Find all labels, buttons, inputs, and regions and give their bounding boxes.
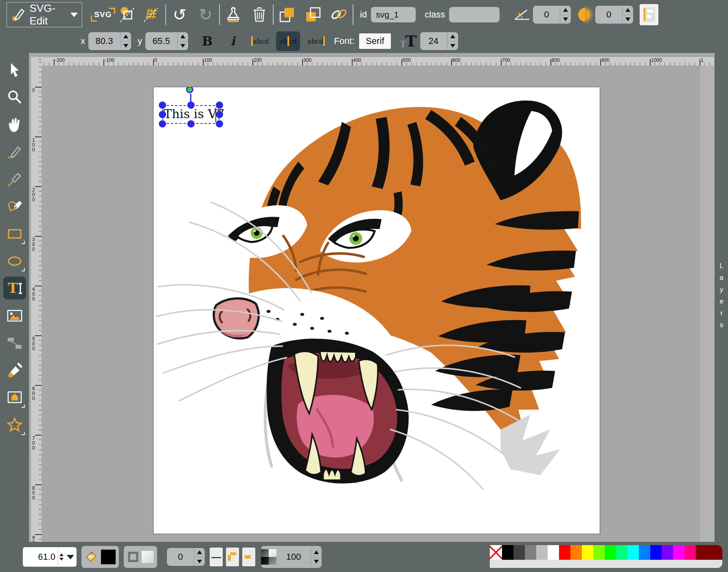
bold-button[interactable]: B xyxy=(202,34,213,48)
palette-swatch[interactable] xyxy=(605,545,616,560)
document-properties-button[interactable] xyxy=(118,5,137,24)
palette-swatch[interactable] xyxy=(627,545,639,560)
opacity-down-button[interactable] xyxy=(311,557,322,566)
workspace[interactable]: -200-10001002003004005006007008009001000… xyxy=(29,53,715,542)
tool-line[interactable] xyxy=(3,165,26,193)
text-anchor-start-button[interactable]: abcd xyxy=(248,31,272,51)
blur-up-button[interactable] xyxy=(623,6,633,15)
stroke-width-down-button[interactable] xyxy=(194,557,205,566)
selection-handle-s[interactable] xyxy=(187,120,195,128)
font-size-input[interactable]: 24 xyxy=(420,32,447,50)
stroke-width-up-button[interactable] xyxy=(194,548,205,557)
selection-handle-nw[interactable] xyxy=(159,101,166,109)
angle-input[interactable]: 0 xyxy=(533,6,560,24)
palette-swatch[interactable] xyxy=(559,545,570,560)
x-down-button[interactable] xyxy=(121,42,131,51)
hand-icon xyxy=(7,117,23,133)
palette-swatch[interactable] xyxy=(525,545,536,560)
selection-handle-ne[interactable] xyxy=(216,101,223,109)
selection-handle-w[interactable] xyxy=(159,111,166,118)
fill-color-swatch[interactable] xyxy=(101,550,116,564)
tool-text[interactable]: T xyxy=(3,275,26,302)
font-size-down-button[interactable] xyxy=(447,42,458,51)
align-button[interactable] xyxy=(640,4,658,25)
tool-image[interactable] xyxy=(3,302,26,329)
font-family-button[interactable]: Serif xyxy=(359,33,390,49)
selection-handle-se[interactable] xyxy=(216,120,223,128)
opacity-input[interactable]: 100 xyxy=(276,548,311,566)
palette-swatch[interactable] xyxy=(513,545,525,560)
clone-button[interactable] xyxy=(224,5,243,24)
stroke-linejoin-button[interactable] xyxy=(226,548,239,566)
text-anchor-middle-button[interactable]: abcd xyxy=(276,31,300,51)
stroke-width-input[interactable]: 0 xyxy=(167,548,194,566)
stroke-width-spinner: 0 xyxy=(167,548,205,566)
palette-swatch[interactable] xyxy=(502,545,513,560)
element-class-input[interactable] xyxy=(449,7,500,22)
blur-down-button[interactable] xyxy=(623,15,633,24)
source-editor-button[interactable]: SVG xyxy=(94,5,112,24)
opacity-up-button[interactable] xyxy=(311,548,322,557)
main-menu-button[interactable]: SVG-Edit xyxy=(7,2,82,27)
tool-zoom[interactable] xyxy=(3,84,26,111)
element-id-input[interactable]: svg_1 xyxy=(371,7,416,22)
palette-swatch[interactable] xyxy=(616,545,627,560)
stroke-linecap-button[interactable] xyxy=(242,548,255,566)
tool-star[interactable] xyxy=(3,411,26,438)
selection-handle-sw[interactable] xyxy=(159,120,166,128)
tool-rectangle[interactable] xyxy=(3,220,26,247)
palette-swatch[interactable] xyxy=(593,545,605,560)
move-to-bottom-button[interactable] xyxy=(304,5,322,24)
make-link-button[interactable] xyxy=(330,5,349,24)
palette-swatch[interactable] xyxy=(650,545,662,560)
redo-button[interactable]: ↻ xyxy=(196,5,215,24)
tool-eyedropper[interactable] xyxy=(3,356,26,384)
font-size-up-button[interactable] xyxy=(447,32,458,42)
vertical-scrollbar[interactable] xyxy=(700,66,715,542)
tool-ellipse[interactable] xyxy=(3,247,26,275)
selection-handle-n[interactable] xyxy=(187,101,195,109)
ruler-top-label: -100 xyxy=(105,57,114,63)
zoom-dropdown-arrow[interactable] xyxy=(67,555,74,559)
palette-none-swatch[interactable] xyxy=(490,545,502,560)
undo-button[interactable]: ↺ xyxy=(170,5,189,24)
tool-path[interactable] xyxy=(3,193,26,220)
angle-down-button[interactable] xyxy=(560,15,571,24)
y-up-button[interactable] xyxy=(178,32,188,42)
angle-up-button[interactable] xyxy=(560,6,571,15)
stroke-dash-button[interactable]: — xyxy=(210,548,223,566)
delete-button[interactable] xyxy=(250,5,269,24)
palette-swatch[interactable] xyxy=(570,545,582,560)
palette-swatch[interactable] xyxy=(662,545,673,560)
svg-canvas[interactable]: This is V7 xyxy=(153,87,600,534)
zoom-input[interactable]: 61.0 xyxy=(25,552,58,562)
tool-pan[interactable] xyxy=(3,111,26,138)
tool-shape-library[interactable] xyxy=(3,384,26,411)
y-input[interactable]: 65.5 xyxy=(145,32,177,50)
text-anchor-end-button[interactable]: abcd xyxy=(304,31,328,51)
palette-swatch[interactable] xyxy=(536,545,548,560)
color-palette xyxy=(490,545,722,568)
editor-preferences-button[interactable] xyxy=(143,5,161,24)
palette-swatch[interactable] xyxy=(582,545,593,560)
fill-color-control[interactable] xyxy=(81,546,119,568)
layers-panel-toggle[interactable]: Layers xyxy=(715,53,728,542)
selection-handle-e[interactable] xyxy=(216,111,223,118)
palette-swatch[interactable] xyxy=(673,545,684,560)
italic-button[interactable]: i xyxy=(230,34,235,48)
tool-pencil[interactable] xyxy=(3,138,26,165)
palette-swatch[interactable] xyxy=(684,545,696,560)
palette-swatch[interactable] xyxy=(639,545,650,560)
zoom-spinner[interactable] xyxy=(58,549,64,565)
tool-connector[interactable] xyxy=(3,329,26,356)
palette-swatch[interactable] xyxy=(548,545,559,560)
stroke-color-swatch[interactable] xyxy=(142,551,154,563)
blur-input[interactable]: 0 xyxy=(595,6,622,24)
palette-swatch[interactable] xyxy=(696,545,722,560)
x-input[interactable]: 80.3 xyxy=(88,32,120,50)
x-up-button[interactable] xyxy=(121,32,131,42)
y-down-button[interactable] xyxy=(178,42,188,51)
tool-select[interactable] xyxy=(3,56,26,84)
stroke-color-control[interactable] xyxy=(124,546,157,568)
move-to-top-button[interactable] xyxy=(278,5,296,24)
